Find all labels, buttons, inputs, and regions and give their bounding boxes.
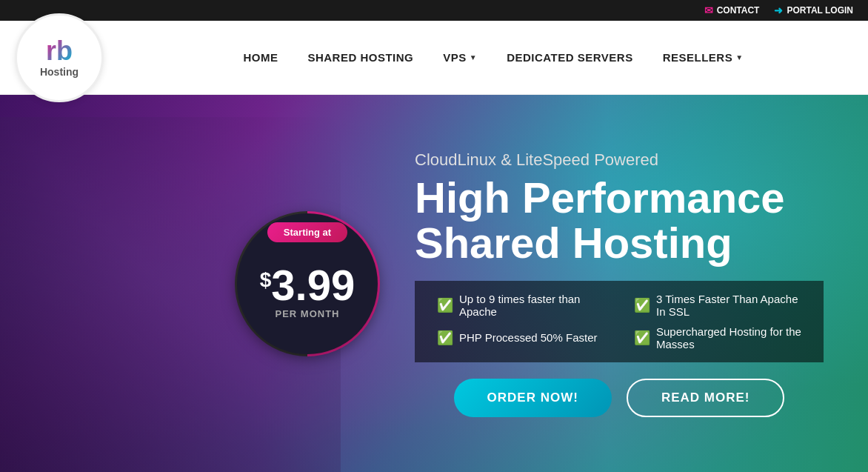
main-nav: HOME SHARED HOSTING VPS ▼ DEDICATED SERV… bbox=[141, 51, 846, 64]
price-dollar: $ bbox=[260, 270, 272, 290]
nav-vps[interactable]: VPS ▼ bbox=[443, 51, 477, 64]
feature-1: ✅ Up to 9 times faster than Apache bbox=[437, 293, 604, 318]
feature-label-4: Supercharged Hosting for the Masses bbox=[656, 325, 801, 350]
portal-login-link[interactable]: ➜ PORTAL LOGIN bbox=[774, 4, 853, 16]
price-badge: Starting at $ 3.99 PER MONTH bbox=[237, 213, 378, 354]
vps-dropdown-arrow: ▼ bbox=[470, 53, 477, 62]
check-icon-4: ✅ bbox=[634, 330, 650, 346]
starting-at-label: Starting at bbox=[267, 222, 347, 242]
hero-title-line1: High Performance bbox=[415, 173, 785, 222]
nav-resellers[interactable]: RESELLERS ▼ bbox=[663, 51, 744, 64]
cta-buttons: ORDER NOW! READ MORE! bbox=[415, 379, 824, 417]
check-icon-2: ✅ bbox=[634, 297, 650, 313]
hero-subtitle: CloudLinux & LiteSpeed Powered bbox=[415, 150, 824, 170]
resellers-dropdown-arrow: ▼ bbox=[735, 53, 743, 62]
mail-icon: ✉ bbox=[704, 4, 713, 16]
hero-section: Starting at $ 3.99 PER MONTH CloudLinux … bbox=[0, 95, 868, 472]
nav-home[interactable]: HOME bbox=[243, 51, 278, 64]
feature-4: ✅ Supercharged Hosting for the Masses bbox=[634, 325, 801, 350]
nav-dedicated-servers[interactable]: DEDICATED SERVERS bbox=[507, 51, 632, 64]
contact-label: CONTACT bbox=[717, 5, 760, 16]
nav-shared-hosting[interactable]: SHARED HOSTING bbox=[307, 51, 413, 64]
top-bar: ✉ CONTACT ➜ PORTAL LOGIN bbox=[0, 0, 868, 21]
hero-title: High Performance Shared Hosting bbox=[415, 176, 824, 266]
check-icon-3: ✅ bbox=[437, 330, 453, 346]
check-icon-1: ✅ bbox=[437, 297, 453, 313]
read-more-button[interactable]: READ MORE! bbox=[627, 379, 785, 417]
features-bar: ✅ Up to 9 times faster than Apache ✅ 3 T… bbox=[415, 281, 824, 362]
logo-subtitle: Hosting bbox=[40, 66, 79, 78]
feature-label-2: 3 Times Faster Than Apache In SSL bbox=[656, 293, 801, 318]
price-number: 3.99 bbox=[271, 264, 355, 307]
feature-label-3: PHP Processed 50% Faster bbox=[459, 331, 597, 344]
portal-icon: ➜ bbox=[774, 4, 783, 16]
hero-title-line2: Shared Hosting bbox=[415, 219, 732, 267]
hero-text-block: CloudLinux & LiteSpeed Powered High Perf… bbox=[415, 150, 824, 417]
feature-3: ✅ PHP Processed 50% Faster bbox=[437, 325, 604, 350]
price-period: PER MONTH bbox=[276, 308, 340, 319]
feature-label-1: Up to 9 times faster than Apache bbox=[459, 293, 604, 318]
portal-label: PORTAL LOGIN bbox=[787, 5, 853, 16]
price-display: $ 3.99 bbox=[260, 264, 355, 307]
header: rb Hosting HOME SHARED HOSTING VPS ▼ DED… bbox=[0, 21, 868, 95]
hero-content: Starting at $ 3.99 PER MONTH CloudLinux … bbox=[0, 150, 868, 417]
order-now-button[interactable]: ORDER NOW! bbox=[454, 379, 612, 417]
contact-link[interactable]: ✉ CONTACT bbox=[704, 4, 760, 16]
feature-2: ✅ 3 Times Faster Than Apache In SSL bbox=[634, 293, 801, 318]
logo-letters: rb bbox=[46, 38, 73, 64]
logo[interactable]: rb Hosting bbox=[15, 13, 104, 102]
